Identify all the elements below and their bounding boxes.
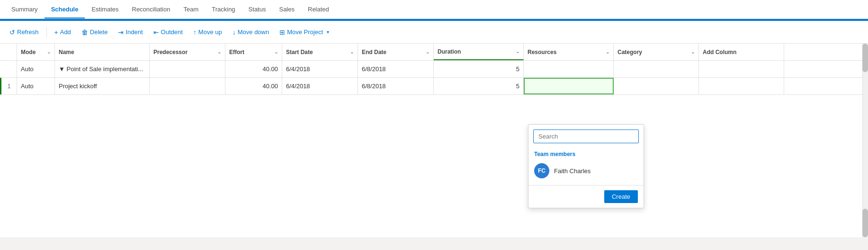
nav-tab-status[interactable]: Status [242, 1, 273, 19]
cell-add-column-row-0[interactable] [699, 61, 784, 77]
header-resources[interactable]: Resources⌄ [524, 44, 614, 60]
toolbar-btn-label-delete: Delete [90, 28, 108, 36]
sort-icon-resources: ⌄ [606, 49, 609, 55]
nav-tab-tracking[interactable]: Tracking [205, 1, 242, 19]
cell-text-start-date: 6/4/2018 [286, 83, 310, 90]
move-project-icon: ⊞ [279, 28, 285, 36]
cell-text-end-date: 6/8/2018 [362, 65, 386, 73]
header-category[interactable]: Category⌄ [614, 44, 699, 60]
cell-start-date-row-1[interactable]: 6/4/2018 [282, 78, 358, 94]
member-name: Faith Charles [554, 167, 591, 175]
toolbar-sep-1 [46, 27, 47, 38]
toolbar-btn-label-move-down: Move down [238, 28, 269, 36]
nav-tab-reconciliation[interactable]: Reconciliation [125, 1, 177, 19]
nav-tab-summary[interactable]: Summary [5, 1, 45, 19]
sort-icon-duration: ⌄ [516, 49, 519, 54]
cell-add-column-row-1[interactable] [699, 78, 784, 94]
nav-tab-team[interactable]: Team [177, 1, 205, 19]
refresh-icon: ↺ [9, 28, 15, 36]
header-add-column[interactable]: Add Column [699, 44, 784, 60]
toolbar-btn-move-up[interactable]: ↑Move up [189, 26, 226, 38]
toolbar-btn-move-down[interactable]: ↓Move down [229, 26, 273, 38]
cell-predecessor-row-1[interactable] [150, 78, 225, 94]
outdent-icon: ⇤ [153, 28, 159, 36]
cell-text-mode: Auto [21, 65, 34, 73]
scrollbar-thumb-top[interactable] [862, 44, 868, 72]
cell-mode-row-0[interactable]: Auto [17, 61, 55, 77]
nav-tab-sales[interactable]: Sales [272, 1, 301, 19]
nav-tabs: SummaryScheduleEstimatesReconciliationTe… [0, 0, 868, 19]
create-button[interactable]: Create [604, 190, 638, 203]
delete-icon: 🗑 [81, 28, 88, 36]
sort-icon-mode: ⌄ [47, 49, 51, 55]
toolbar-btn-refresh[interactable]: ↺Refresh [6, 26, 43, 38]
header-mode[interactable]: Mode⌄ [17, 44, 55, 60]
sort-icon-category: ⌄ [691, 49, 695, 55]
header-duration[interactable]: Duration⌄ [434, 44, 524, 60]
cell-end-date-row-1[interactable]: 6/8/2018 [358, 78, 434, 94]
header-label-predecessor: Predecessor [153, 49, 188, 56]
header-end-date[interactable]: End Date⌄ [358, 44, 434, 60]
cell-text-duration: 5 [516, 83, 519, 90]
cell-effort-row-1[interactable]: 40.00 [225, 78, 282, 94]
toolbar-btn-label-refresh: Refresh [17, 28, 39, 36]
header-label-start-date: Start Date [286, 49, 313, 56]
nav-tab-estimates[interactable]: Estimates [85, 1, 125, 19]
team-member-item[interactable]: FC Faith Charles [528, 159, 644, 182]
resources-dropdown: Team members FC Faith Charles Create [528, 124, 644, 208]
scrollbar-track[interactable] [862, 44, 868, 237]
chevron-down-icon: ▾ [327, 29, 329, 35]
header-predecessor[interactable]: Predecessor⌄ [150, 44, 225, 60]
cell-category-row-0[interactable] [614, 61, 699, 77]
cell-predecessor-row-0[interactable] [150, 61, 225, 77]
grid-container: Mode⌄NamePredecessor⌄Effort⌄Start Date⌄E… [0, 44, 868, 237]
cell-resources-row-0[interactable] [524, 61, 614, 77]
dropdown-footer: Create [528, 185, 644, 208]
scrollbar-thumb-bottom[interactable] [862, 209, 868, 237]
cell-category-row-1[interactable] [614, 78, 699, 94]
cell-start-date-row-0[interactable]: 6/4/2018 [282, 61, 358, 77]
table-row[interactable]: Auto▼ Point of Sale implementati...40.00… [0, 61, 868, 78]
search-input[interactable] [533, 130, 639, 143]
toolbar-btn-add[interactable]: +Add [51, 26, 75, 38]
cell-text-mode: Auto [21, 83, 34, 90]
cell-text-effort: 40.00 [262, 65, 278, 73]
table-row[interactable]: 1AutoProject kickoff40.006/4/20186/8/201… [0, 78, 868, 95]
cell-effort-row-0[interactable]: 40.00 [225, 61, 282, 77]
header-label-category: Category [617, 49, 642, 56]
row-num-cell-1: 1 [0, 78, 17, 94]
team-members-label: Team members [528, 148, 644, 159]
toolbar-btn-indent[interactable]: ⇥Indent [114, 26, 146, 38]
sort-icon-effort: ⌄ [274, 49, 278, 55]
header-start-date[interactable]: Start Date⌄ [282, 44, 358, 60]
header-effort[interactable]: Effort⌄ [225, 44, 282, 60]
sort-icon-start-date: ⌄ [350, 49, 354, 55]
cell-text-name: ▼ Point of Sale implementati... [59, 65, 143, 73]
header-label-duration: Duration [438, 48, 461, 55]
header-label-add-column: Add Column [703, 49, 736, 56]
cell-name-row-0[interactable]: ▼ Point of Sale implementati... [55, 61, 150, 77]
cell-duration-row-0[interactable]: 5 [434, 61, 524, 77]
cell-name-row-1[interactable]: Project kickoff [55, 78, 150, 94]
toolbar-btn-move-project[interactable]: ⊞Move Project▾ [276, 26, 333, 38]
cell-duration-row-1[interactable]: 5 [434, 78, 524, 94]
header-label-name: Name [59, 49, 74, 56]
cell-text-effort: 40.00 [262, 83, 278, 90]
cell-end-date-row-0[interactable]: 6/8/2018 [358, 61, 434, 77]
toolbar-btn-delete[interactable]: 🗑Delete [78, 26, 112, 38]
cell-mode-row-1[interactable]: Auto [17, 78, 55, 94]
sort-icon-predecessor: ⌄ [217, 49, 221, 55]
indent-icon: ⇥ [118, 28, 124, 36]
grid-body: Auto▼ Point of Sale implementati...40.00… [0, 61, 868, 95]
cell-resources-row-1[interactable] [524, 78, 614, 94]
toolbar-btn-outdent[interactable]: ⇤Outdent [150, 26, 187, 38]
header-label-effort: Effort [229, 49, 244, 56]
header-name[interactable]: Name [55, 44, 150, 60]
cell-text-name: Project kickoff [59, 83, 97, 90]
sort-icon-end-date: ⌄ [426, 49, 430, 55]
toolbar: ↺Refresh+Add🗑Delete⇥Indent⇤Outdent↑Move … [0, 21, 868, 44]
nav-tab-schedule[interactable]: Schedule [45, 1, 85, 19]
add-icon: + [54, 28, 58, 36]
cell-text-end-date: 6/8/2018 [362, 83, 386, 90]
nav-tab-related[interactable]: Related [301, 1, 336, 19]
